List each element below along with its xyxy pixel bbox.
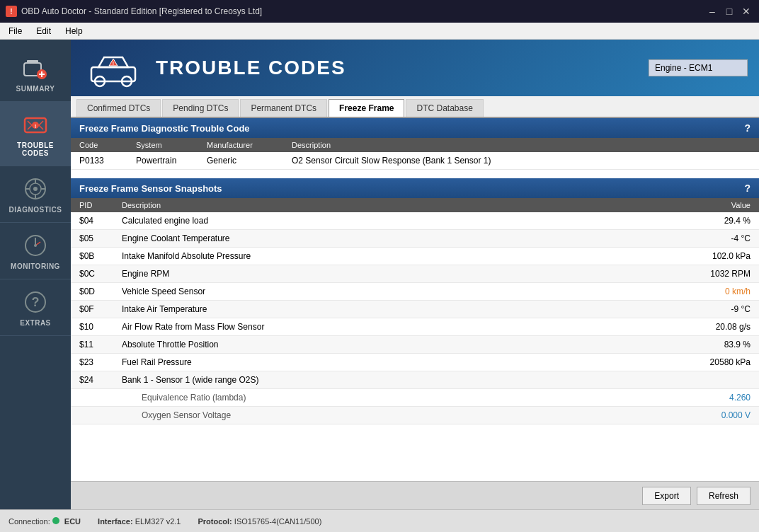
menu-help[interactable]: Help bbox=[62, 25, 86, 37]
sensor-description: Intake Air Temperature bbox=[113, 301, 674, 318]
tab-permanent-dtcs[interactable]: Permanent DTCs bbox=[240, 99, 327, 117]
sensor-value: -4 °C bbox=[674, 230, 759, 248]
freeze-frame-dtc-header: Freeze Frame Diagnostic Trouble Code ? bbox=[71, 118, 759, 138]
interface-label: Interface: ELM327 v2.1 bbox=[98, 517, 181, 526]
engine-select[interactable]: Engine - ECM1 bbox=[649, 59, 748, 76]
sidebar: SUMMARY ! TROUBLE CODES bbox=[0, 40, 71, 509]
sensor-value: 83.9 % bbox=[674, 336, 759, 354]
sensor-pid: $04 bbox=[71, 212, 113, 230]
tab-confirmed-dtcs[interactable]: Confirmed DTCs bbox=[76, 99, 161, 117]
engine-select-wrapper: Engine - ECM1 bbox=[649, 59, 748, 76]
sensor-value: 29.4 % bbox=[674, 212, 759, 230]
extras-icon: ? bbox=[21, 288, 50, 316]
svg-rect-23 bbox=[91, 67, 135, 81]
sensor-pid: $0D bbox=[71, 283, 113, 301]
sensor-row: Equivalence Ratio (lambda)4.260 bbox=[71, 389, 759, 407]
sensor-description: Fuel Rail Pressure bbox=[113, 354, 674, 371]
sensor-row: $0FIntake Air Temperature-9 °C bbox=[71, 301, 759, 318]
connection-label: Connection: ECU bbox=[8, 517, 81, 526]
sensor-row: $0DVehicle Speed Sensor0 km/h bbox=[71, 283, 759, 301]
freeze-frame-dtc-help[interactable]: ? bbox=[744, 122, 751, 134]
sensor-row: $0CEngine RPM1032 RPM bbox=[71, 265, 759, 283]
refresh-button[interactable]: Refresh bbox=[697, 487, 751, 505]
connection-dot bbox=[52, 517, 59, 524]
export-button[interactable]: Export bbox=[642, 487, 691, 505]
sidebar-item-monitoring[interactable]: MONITORING bbox=[0, 223, 71, 279]
sensor-row: $10Air Flow Rate from Mass Flow Sensor20… bbox=[71, 318, 759, 336]
window-controls: – □ ✕ bbox=[705, 4, 753, 18]
sensor-pid: $24 bbox=[71, 371, 113, 389]
menu-file[interactable]: File bbox=[6, 25, 25, 37]
content-area: ! TROUBLE CODES Engine - ECM1 Confirmed … bbox=[71, 40, 759, 509]
bottom-toolbar: Export Refresh bbox=[71, 481, 759, 509]
tab-dtc-database[interactable]: DTC Database bbox=[406, 99, 483, 117]
sensor-pid: $10 bbox=[71, 318, 113, 336]
sidebar-label-monitoring: MONITORING bbox=[11, 262, 60, 270]
connection-text: Connection: bbox=[8, 517, 50, 526]
sensor-pid: $0C bbox=[71, 265, 113, 283]
menu-edit[interactable]: Edit bbox=[33, 25, 54, 37]
tab-pending-dtcs[interactable]: Pending DTCs bbox=[162, 99, 239, 117]
sensor-value: 20.08 g/s bbox=[674, 318, 759, 336]
main-layout: SUMMARY ! TROUBLE CODES bbox=[0, 40, 759, 509]
sensor-description: Air Flow Rate from Mass Flow Sensor bbox=[113, 318, 674, 336]
maximize-button[interactable]: □ bbox=[722, 4, 736, 18]
sidebar-item-extras[interactable]: ? EXTRAS bbox=[0, 279, 71, 336]
sidebar-item-diagnostics[interactable]: DIAGNOSTICS bbox=[0, 166, 71, 223]
title-bar-left: ! OBD Auto Doctor - Standard Edition [Re… bbox=[6, 6, 262, 17]
sensor-row: $24Bank 1 - Sensor 1 (wide range O2S) bbox=[71, 371, 759, 389]
sensor-row: $0BIntake Manifold Absolute Pressure102.… bbox=[71, 248, 759, 265]
sensor-snapshots-help[interactable]: ? bbox=[744, 183, 751, 194]
sensor-description: Bank 1 - Sensor 1 (wide range O2S) bbox=[113, 371, 674, 389]
sidebar-label-trouble-codes: TROUBLE CODES bbox=[3, 141, 68, 157]
freeze-frame-dtc-title: Freeze Frame Diagnostic Trouble Code bbox=[79, 123, 250, 134]
panel-content: Freeze Frame Diagnostic Trouble Code ? C… bbox=[71, 118, 759, 481]
sensor-row: $05Engine Coolant Temperature-4 °C bbox=[71, 230, 759, 248]
sensor-pid: $23 bbox=[71, 354, 113, 371]
sensor-row: $23Fuel Rail Pressure20580 kPa bbox=[71, 354, 759, 371]
svg-text:!: ! bbox=[113, 61, 114, 66]
header-title: TROUBLE CODES bbox=[156, 57, 346, 79]
dtc-col-description: Description bbox=[283, 138, 759, 152]
dtc-table: Code System Manufacturer Description P01… bbox=[71, 138, 759, 170]
status-left: Connection: ECU Interface: ELM327 v2.1 P… bbox=[8, 517, 321, 526]
menu-bar: File Edit Help bbox=[0, 23, 759, 40]
dtc-code: P0133 bbox=[71, 152, 127, 170]
svg-text:?: ? bbox=[32, 295, 40, 309]
sidebar-label-extras: EXTRAS bbox=[20, 319, 51, 327]
header-banner: ! TROUBLE CODES Engine - ECM1 bbox=[71, 40, 759, 96]
app-title: OBD Auto Doctor - Standard Edition [Regi… bbox=[21, 6, 262, 16]
tab-freeze-frame[interactable]: Freeze Frame bbox=[329, 99, 404, 117]
sensor-pid: $05 bbox=[71, 230, 113, 248]
dtc-description: O2 Sensor Circuit Slow Response (Bank 1 … bbox=[283, 152, 759, 170]
svg-text:!: ! bbox=[35, 123, 37, 129]
svg-point-16 bbox=[33, 187, 38, 191]
trouble-codes-icon: ! bbox=[21, 110, 50, 139]
dtc-col-system: System bbox=[127, 138, 198, 152]
sensor-description: Absolute Throttle Position bbox=[113, 336, 674, 354]
sensor-snapshots-header: Freeze Frame Sensor Snapshots ? bbox=[71, 178, 759, 198]
svg-rect-3 bbox=[27, 60, 38, 63]
sidebar-item-trouble-codes[interactable]: ! TROUBLE CODES bbox=[0, 102, 71, 166]
sensor-value: 4.260 bbox=[674, 389, 759, 407]
sensor-pid: $0B bbox=[71, 248, 113, 265]
sensor-row: $11Absolute Throttle Position83.9 % bbox=[71, 336, 759, 354]
minimize-button[interactable]: – bbox=[705, 4, 719, 18]
diagnostics-icon bbox=[21, 175, 50, 203]
sensor-value: 20580 kPa bbox=[674, 354, 759, 371]
dtc-row: P0133 Powertrain Generic O2 Sensor Circu… bbox=[71, 152, 759, 170]
sensor-description: Engine RPM bbox=[113, 265, 674, 283]
sensor-table: PID Description Value $04Calculated engi… bbox=[71, 198, 759, 424]
sensor-description: Calculated engine load bbox=[113, 212, 674, 230]
sensor-pid bbox=[71, 389, 113, 407]
sensor-pid: $0F bbox=[71, 301, 113, 318]
close-button[interactable]: ✕ bbox=[739, 4, 753, 18]
sensor-row: $04Calculated engine load29.4 % bbox=[71, 212, 759, 230]
sensor-description: Equivalence Ratio (lambda) bbox=[113, 389, 674, 407]
monitoring-icon bbox=[21, 231, 50, 260]
sidebar-item-summary[interactable]: SUMMARY bbox=[0, 45, 71, 102]
dtc-manufacturer: Generic bbox=[198, 152, 283, 170]
dtc-system: Powertrain bbox=[127, 152, 198, 170]
dtc-col-code: Code bbox=[71, 138, 127, 152]
protocol-label: Protocol: ISO15765-4(CAN11/500) bbox=[198, 517, 321, 526]
